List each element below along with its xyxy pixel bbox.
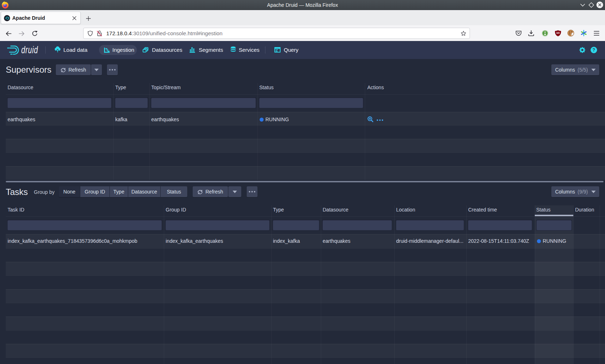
svg-text:?: ? xyxy=(592,47,595,53)
svg-text:UO: UO xyxy=(556,32,560,34)
